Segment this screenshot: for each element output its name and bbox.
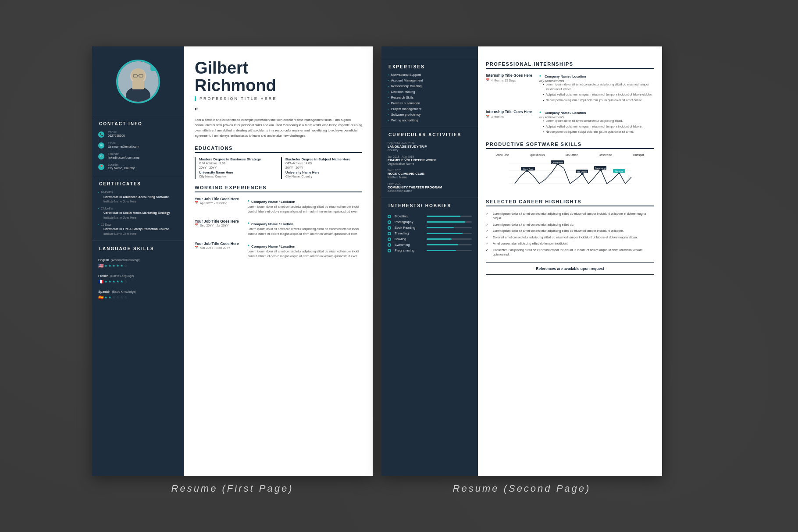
phone-value: 0127658300 xyxy=(108,134,125,138)
edu-item-1: Masters Degree in Business Strategy GPA … xyxy=(195,157,276,179)
svg-text:Zoho One: Zoho One xyxy=(523,168,533,170)
hobby-dot xyxy=(388,220,391,224)
hobby-travelling: Travelling xyxy=(388,231,472,235)
curr-item-4: From 2020 COMMUNITY THEATER PROGRAM Asso… xyxy=(381,181,478,194)
sidebar: CONTACT INFO 📞 Phone 0127658300 ✉ Email … xyxy=(92,46,184,476)
expertise-item: Account Management xyxy=(381,78,478,83)
expertise-item: Process automation xyxy=(381,100,478,106)
phone-icon: 📞 xyxy=(98,131,104,138)
software-title: PRODUCTIVE SOFTWARE SKILLS xyxy=(486,142,654,149)
hobby-dot xyxy=(388,243,391,247)
cert-item-3: •15 Days Certificate In Fire & Safety Pr… xyxy=(92,221,184,238)
expertise-item: Software proficiency xyxy=(381,112,478,117)
curricular-title: CURRICULAR ACTIVITIES xyxy=(381,127,478,140)
page2-main: PROFESSIONAL INTERNSHIPS Internship Titl… xyxy=(478,46,662,476)
education-section-title: EDUCATIONS xyxy=(195,145,362,153)
internships-title: PROFESSIONAL INTERNSHIPS xyxy=(486,61,654,69)
hobby-dot xyxy=(388,249,391,252)
hobbies-title: INTERESTS/ HOBBIES xyxy=(381,198,478,211)
cert-item-2: •2 Months Certificate In Social Media Ma… xyxy=(92,205,184,221)
curr-item-2: Jan 2018 - Aug 2019 EXAMPLE VOLUNTEER WO… xyxy=(381,153,478,167)
work-item-3: Your Job Title Goes Here 📅Mar 20YY - Nob… xyxy=(195,241,362,259)
hobby-dot xyxy=(388,232,391,235)
location-label: Location xyxy=(108,163,135,166)
location-value: City Name, Country xyxy=(108,166,135,170)
contact-email: ✉ Email Username@email.com xyxy=(92,140,184,151)
expertise-item: Decision Making xyxy=(381,89,478,95)
highlight-item: Lorem ipsum dolor sit amet consectetur a… xyxy=(486,228,654,234)
hobby-dot xyxy=(388,215,391,218)
avatar-section xyxy=(92,46,184,112)
software-svg: Zoho One Quickbooks MS Office Basecamp H… xyxy=(486,157,654,188)
contact-location: 📍 Location City Name, Country xyxy=(92,161,184,172)
linkedin-value: linkedin.com/username xyxy=(108,156,139,160)
email-icon: ✉ xyxy=(98,142,104,149)
hobby-photography: Photography xyxy=(388,220,472,224)
lang-spanish: Spanish (Basic Knowledge) 🇪🇸 ★★☆☆☆☆ xyxy=(92,285,184,301)
expertise-item: Relationship Building xyxy=(381,83,478,89)
hobby-programming: Programming xyxy=(388,248,472,252)
hobbies-list: Bicycling Photography Book Reading xyxy=(381,211,478,258)
page1-label: Resume (First Page) xyxy=(171,483,294,503)
contact-phone: 📞 Phone 0127658300 xyxy=(92,129,184,140)
name-block: Gilbert Richmond PROFESSION TITLE HERE xyxy=(195,60,362,101)
svg-text:Hubspot: Hubspot xyxy=(615,170,623,173)
expertise-item: Motivational Support xyxy=(381,72,478,78)
references-box: References are available upon request xyxy=(486,262,654,275)
location-icon: 📍 xyxy=(98,164,104,170)
hobby-bicycling: Bicycling xyxy=(388,214,472,218)
lang-french: French (Native Language) 🇫🇷 ★★★★★☆ xyxy=(92,270,184,285)
hobby-bowling: Bowling xyxy=(388,237,472,241)
hobby-reading: Book Reading xyxy=(388,226,472,230)
quote-icon: " xyxy=(195,107,362,116)
lang-english: English (Advanced Knowledge) 🇺🇸 ★★★★★☆ xyxy=(92,254,184,270)
internship-2: Internship Title Goes Here 📅3 Months • C… xyxy=(486,110,654,135)
work-item-2: Your Job Title Goes Here 📅Sep 20YY - Jul… xyxy=(195,219,362,236)
expertise-item: Project management xyxy=(381,106,478,112)
highlight-item: Consectetur adipiscing elitsd do eiusmod… xyxy=(486,247,654,258)
linkedin-label: Linkedin xyxy=(108,153,139,156)
email-label: Email xyxy=(108,142,139,145)
curr-item-1: Sep 2014 - Nov 2014 LANGUAGE STUDY TRIP … xyxy=(381,140,478,153)
profession-title: PROFESSION TITLE HERE xyxy=(195,96,362,101)
language-title: LANGUAGE SKILLS xyxy=(92,241,184,254)
contact-title: CONTACT INFO xyxy=(92,116,184,129)
svg-text:Basecamp: Basecamp xyxy=(595,167,606,170)
certificates-title: CERTIFICATES xyxy=(92,176,184,189)
page2-label: Resume (Second Page) xyxy=(453,483,591,503)
phone-label: Phone xyxy=(108,131,125,134)
highlights-list: Lorem ipsum dolor sit amet consectetur a… xyxy=(486,211,654,258)
hobby-dot xyxy=(388,226,391,230)
expertise-item: Research Skills xyxy=(381,95,478,100)
edu-item-2: Bachelor Degree in Subject Name Here GPA… xyxy=(281,157,362,179)
summary-text: I am a flexible and experienced example … xyxy=(195,117,362,138)
svg-text:MS Office: MS Office xyxy=(577,170,587,173)
highlight-item: Amet consectetur adipiscing elitsd do te… xyxy=(486,241,654,247)
avatar-image xyxy=(118,61,158,102)
main-area: Gilbert Richmond PROFESSION TITLE HERE "… xyxy=(184,46,373,476)
email-value: Username@email.com xyxy=(108,145,139,149)
contact-linkedin: in Linkedin linkedin.com/username xyxy=(92,151,184,162)
cert-item-1: •6 Months Certificate In Advanced Accoun… xyxy=(92,189,184,205)
internship-1: Internship Title Goes Here 📅4 Months 15 … xyxy=(486,73,654,103)
svg-rect-4 xyxy=(132,81,144,89)
hobby-swimming: Swimming xyxy=(388,243,472,247)
highlight-item: Lorem ipsum dolor sit amet consectetur a… xyxy=(486,211,654,222)
education-grid: Masters Degree in Business Strategy GPA … xyxy=(195,157,362,179)
avatar xyxy=(116,60,160,103)
expertise-list: Motivational Support Account Management … xyxy=(381,72,478,123)
chart-labels: Zoho One Quickbooks MS Office Basecamp H… xyxy=(486,153,654,156)
svg-text:Quickbooks: Quickbooks xyxy=(552,161,563,164)
expertises-title: EXPERTISES xyxy=(381,59,478,72)
work-item-1: Your Job Title Goes Here 📅Apr 20YY - Run… xyxy=(195,197,362,214)
expertise-item: Writing and editing xyxy=(381,117,478,123)
highlight-item: Dolor sit amet consectetur adipiscing el… xyxy=(486,234,654,241)
page2-sidebar: EXPERTISES Motivational Support Account … xyxy=(381,46,478,476)
highlight-item: Lorem ipsum dolor sit amet consectetur a… xyxy=(486,222,654,228)
work-section-title: WORKING EXPERIENCES xyxy=(195,185,362,192)
resume-page-1: CONTACT INFO 📞 Phone 0127658300 ✉ Email … xyxy=(92,46,373,476)
hobby-dot xyxy=(388,238,391,241)
first-name: Gilbert Richmond xyxy=(195,60,362,95)
linkedin-icon: in xyxy=(98,153,104,160)
curr-item-3: From 2020 ROCK CLIMBING CLUB Institute N… xyxy=(381,167,478,181)
